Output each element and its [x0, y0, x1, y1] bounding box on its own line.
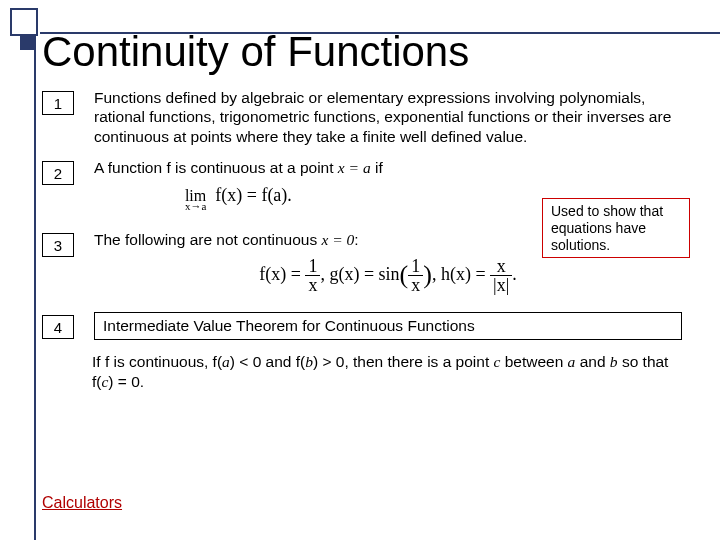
- item-2-formula: lim x→a f(x) = f(a).: [94, 184, 383, 207]
- note-callout: Used to show that equations have solutio…: [542, 198, 690, 258]
- content-area: 1 Functions defined by algebraic or elem…: [42, 88, 682, 391]
- limit-subscript: x→a: [185, 200, 206, 214]
- item-3-eq: x = 0: [321, 231, 354, 248]
- item-number-3: 3: [42, 233, 74, 257]
- item-2-text-pre: A function f is continuous at a point: [94, 159, 338, 176]
- item-number-4: 4: [42, 315, 74, 339]
- item-number-1: 1: [42, 91, 74, 115]
- item-text-2: A function f is continuous at a point x …: [94, 158, 383, 212]
- item-number-2: 2: [42, 161, 74, 185]
- calculators-link[interactable]: Calculators: [42, 494, 122, 512]
- item-4-body: If f is continuous, f(a) < 0 and f(b) > …: [92, 352, 682, 391]
- item-4: 4 Intermediate Value Theorem for Continu…: [42, 312, 682, 340]
- ivt-title-box: Intermediate Value Theorem for Continuou…: [94, 312, 682, 340]
- page-title: Continuity of Functions: [42, 28, 469, 76]
- item-3: 3 The following are not continuous x = 0…: [42, 230, 682, 300]
- item-3-text-post: :: [354, 231, 358, 248]
- item-3-formula: f(x) = 1x, g(x) = sin(1x), h(x) = x|x|.: [94, 257, 682, 294]
- item-3-text-pre: The following are not continuous: [94, 231, 321, 248]
- item-text-1: Functions defined by algebraic or elemen…: [94, 88, 682, 146]
- item-1: 1 Functions defined by algebraic or elem…: [42, 88, 682, 146]
- item-2-text-post: if: [371, 159, 383, 176]
- item-2-eq: x = a: [338, 159, 371, 176]
